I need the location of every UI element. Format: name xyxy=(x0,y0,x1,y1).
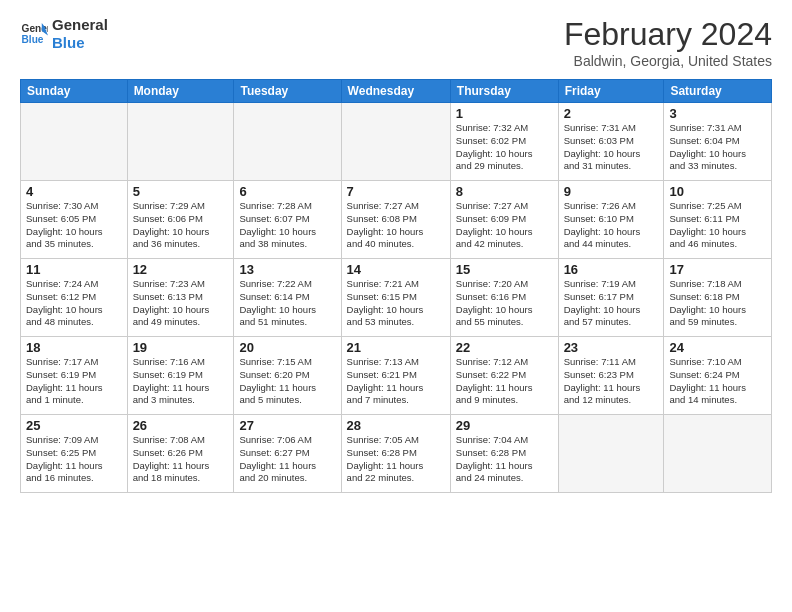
cell-2-3: 6Sunrise: 7:28 AMSunset: 6:07 PMDaylight… xyxy=(234,181,341,259)
day-info-9: Sunrise: 7:26 AMSunset: 6:10 PMDaylight:… xyxy=(564,200,659,251)
page-header: General Blue General Blue February 2024 … xyxy=(20,16,772,69)
cell-2-7: 10Sunrise: 7:25 AMSunset: 6:11 PMDayligh… xyxy=(664,181,772,259)
day-info-28: Sunrise: 7:05 AMSunset: 6:28 PMDaylight:… xyxy=(347,434,445,485)
cell-3-6: 16Sunrise: 7:19 AMSunset: 6:17 PMDayligh… xyxy=(558,259,664,337)
cell-5-3: 27Sunrise: 7:06 AMSunset: 6:27 PMDayligh… xyxy=(234,415,341,493)
day-number-16: 16 xyxy=(564,262,659,277)
cell-2-1: 4Sunrise: 7:30 AMSunset: 6:05 PMDaylight… xyxy=(21,181,128,259)
day-number-4: 4 xyxy=(26,184,122,199)
day-number-24: 24 xyxy=(669,340,766,355)
day-info-16: Sunrise: 7:19 AMSunset: 6:17 PMDaylight:… xyxy=(564,278,659,329)
day-number-3: 3 xyxy=(669,106,766,121)
cell-4-4: 21Sunrise: 7:13 AMSunset: 6:21 PMDayligh… xyxy=(341,337,450,415)
cell-1-2 xyxy=(127,103,234,181)
logo-line1: General xyxy=(52,16,108,34)
cell-2-6: 9Sunrise: 7:26 AMSunset: 6:10 PMDaylight… xyxy=(558,181,664,259)
cell-3-4: 14Sunrise: 7:21 AMSunset: 6:15 PMDayligh… xyxy=(341,259,450,337)
calendar-header-row: Sunday Monday Tuesday Wednesday Thursday… xyxy=(21,80,772,103)
day-number-26: 26 xyxy=(133,418,229,433)
header-friday: Friday xyxy=(558,80,664,103)
day-number-5: 5 xyxy=(133,184,229,199)
cell-1-4 xyxy=(341,103,450,181)
day-info-8: Sunrise: 7:27 AMSunset: 6:09 PMDaylight:… xyxy=(456,200,553,251)
day-info-26: Sunrise: 7:08 AMSunset: 6:26 PMDaylight:… xyxy=(133,434,229,485)
calendar: Sunday Monday Tuesday Wednesday Thursday… xyxy=(20,79,772,493)
week-row-1: 1Sunrise: 7:32 AMSunset: 6:02 PMDaylight… xyxy=(21,103,772,181)
header-wednesday: Wednesday xyxy=(341,80,450,103)
day-info-3: Sunrise: 7:31 AMSunset: 6:04 PMDaylight:… xyxy=(669,122,766,173)
day-number-2: 2 xyxy=(564,106,659,121)
header-tuesday: Tuesday xyxy=(234,80,341,103)
day-info-29: Sunrise: 7:04 AMSunset: 6:28 PMDaylight:… xyxy=(456,434,553,485)
day-number-9: 9 xyxy=(564,184,659,199)
cell-1-7: 3Sunrise: 7:31 AMSunset: 6:04 PMDaylight… xyxy=(664,103,772,181)
logo-line2: Blue xyxy=(52,34,108,52)
day-number-27: 27 xyxy=(239,418,335,433)
cell-5-4: 28Sunrise: 7:05 AMSunset: 6:28 PMDayligh… xyxy=(341,415,450,493)
title-block: February 2024 Baldwin, Georgia, United S… xyxy=(564,16,772,69)
day-info-18: Sunrise: 7:17 AMSunset: 6:19 PMDaylight:… xyxy=(26,356,122,407)
cell-1-5: 1Sunrise: 7:32 AMSunset: 6:02 PMDaylight… xyxy=(450,103,558,181)
cell-1-6: 2Sunrise: 7:31 AMSunset: 6:03 PMDaylight… xyxy=(558,103,664,181)
day-number-10: 10 xyxy=(669,184,766,199)
day-number-11: 11 xyxy=(26,262,122,277)
svg-text:Blue: Blue xyxy=(22,34,44,45)
cell-3-5: 15Sunrise: 7:20 AMSunset: 6:16 PMDayligh… xyxy=(450,259,558,337)
cell-4-5: 22Sunrise: 7:12 AMSunset: 6:22 PMDayligh… xyxy=(450,337,558,415)
day-number-21: 21 xyxy=(347,340,445,355)
day-number-7: 7 xyxy=(347,184,445,199)
cell-2-5: 8Sunrise: 7:27 AMSunset: 6:09 PMDaylight… xyxy=(450,181,558,259)
cell-5-5: 29Sunrise: 7:04 AMSunset: 6:28 PMDayligh… xyxy=(450,415,558,493)
header-sunday: Sunday xyxy=(21,80,128,103)
logo: General Blue General Blue xyxy=(20,16,108,52)
week-row-3: 11Sunrise: 7:24 AMSunset: 6:12 PMDayligh… xyxy=(21,259,772,337)
logo-icon: General Blue xyxy=(20,20,48,48)
day-number-17: 17 xyxy=(669,262,766,277)
day-info-22: Sunrise: 7:12 AMSunset: 6:22 PMDaylight:… xyxy=(456,356,553,407)
day-number-6: 6 xyxy=(239,184,335,199)
day-number-14: 14 xyxy=(347,262,445,277)
cell-4-7: 24Sunrise: 7:10 AMSunset: 6:24 PMDayligh… xyxy=(664,337,772,415)
day-info-11: Sunrise: 7:24 AMSunset: 6:12 PMDaylight:… xyxy=(26,278,122,329)
day-info-7: Sunrise: 7:27 AMSunset: 6:08 PMDaylight:… xyxy=(347,200,445,251)
day-info-19: Sunrise: 7:16 AMSunset: 6:19 PMDaylight:… xyxy=(133,356,229,407)
cell-1-1 xyxy=(21,103,128,181)
cell-4-3: 20Sunrise: 7:15 AMSunset: 6:20 PMDayligh… xyxy=(234,337,341,415)
day-number-15: 15 xyxy=(456,262,553,277)
day-info-24: Sunrise: 7:10 AMSunset: 6:24 PMDaylight:… xyxy=(669,356,766,407)
month-title: February 2024 xyxy=(564,16,772,53)
cell-5-2: 26Sunrise: 7:08 AMSunset: 6:26 PMDayligh… xyxy=(127,415,234,493)
day-info-12: Sunrise: 7:23 AMSunset: 6:13 PMDaylight:… xyxy=(133,278,229,329)
day-number-25: 25 xyxy=(26,418,122,433)
day-info-17: Sunrise: 7:18 AMSunset: 6:18 PMDaylight:… xyxy=(669,278,766,329)
day-info-21: Sunrise: 7:13 AMSunset: 6:21 PMDaylight:… xyxy=(347,356,445,407)
cell-4-1: 18Sunrise: 7:17 AMSunset: 6:19 PMDayligh… xyxy=(21,337,128,415)
day-number-13: 13 xyxy=(239,262,335,277)
week-row-5: 25Sunrise: 7:09 AMSunset: 6:25 PMDayligh… xyxy=(21,415,772,493)
header-monday: Monday xyxy=(127,80,234,103)
day-number-1: 1 xyxy=(456,106,553,121)
cell-5-6 xyxy=(558,415,664,493)
location: Baldwin, Georgia, United States xyxy=(564,53,772,69)
day-info-20: Sunrise: 7:15 AMSunset: 6:20 PMDaylight:… xyxy=(239,356,335,407)
cell-4-2: 19Sunrise: 7:16 AMSunset: 6:19 PMDayligh… xyxy=(127,337,234,415)
cell-3-7: 17Sunrise: 7:18 AMSunset: 6:18 PMDayligh… xyxy=(664,259,772,337)
cell-4-6: 23Sunrise: 7:11 AMSunset: 6:23 PMDayligh… xyxy=(558,337,664,415)
cell-3-3: 13Sunrise: 7:22 AMSunset: 6:14 PMDayligh… xyxy=(234,259,341,337)
cell-5-7 xyxy=(664,415,772,493)
day-number-23: 23 xyxy=(564,340,659,355)
day-number-22: 22 xyxy=(456,340,553,355)
day-info-5: Sunrise: 7:29 AMSunset: 6:06 PMDaylight:… xyxy=(133,200,229,251)
day-number-29: 29 xyxy=(456,418,553,433)
day-number-8: 8 xyxy=(456,184,553,199)
day-info-2: Sunrise: 7:31 AMSunset: 6:03 PMDaylight:… xyxy=(564,122,659,173)
day-number-12: 12 xyxy=(133,262,229,277)
cell-5-1: 25Sunrise: 7:09 AMSunset: 6:25 PMDayligh… xyxy=(21,415,128,493)
day-number-18: 18 xyxy=(26,340,122,355)
header-thursday: Thursday xyxy=(450,80,558,103)
day-number-28: 28 xyxy=(347,418,445,433)
day-info-6: Sunrise: 7:28 AMSunset: 6:07 PMDaylight:… xyxy=(239,200,335,251)
header-saturday: Saturday xyxy=(664,80,772,103)
day-info-14: Sunrise: 7:21 AMSunset: 6:15 PMDaylight:… xyxy=(347,278,445,329)
day-info-15: Sunrise: 7:20 AMSunset: 6:16 PMDaylight:… xyxy=(456,278,553,329)
